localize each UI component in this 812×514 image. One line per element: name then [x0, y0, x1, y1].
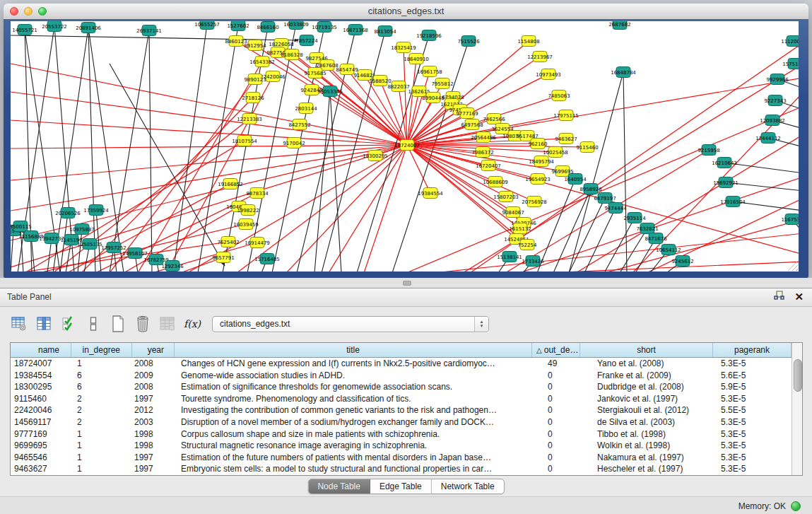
- graph-node[interactable]: 16033809: [283, 21, 309, 30]
- graph-node[interactable]: 2803144: [295, 103, 317, 114]
- column-header-in_degree[interactable]: in_degree: [71, 343, 132, 357]
- graph-node[interactable]: 17975115: [553, 110, 579, 121]
- tab-network-table[interactable]: Network Table: [432, 479, 504, 493]
- graph-node[interactable]: 20206526: [55, 208, 81, 218]
- graph-node[interactable]: 9227343: [764, 95, 786, 106]
- select-all-icon[interactable]: [59, 315, 78, 333]
- graph-node[interactable]: 8912954: [244, 40, 266, 51]
- panel-splitter[interactable]: [0, 278, 812, 288]
- graph-node[interactable]: 19384554: [418, 188, 443, 199]
- new-table-icon[interactable]: [109, 315, 127, 333]
- delete-table-icon[interactable]: [134, 315, 152, 333]
- graph-node[interactable]: 9215958: [698, 145, 719, 156]
- graph-node[interactable]: 19218596: [416, 30, 442, 41]
- dropdown-stepper-icon[interactable]: ▲▼: [474, 317, 488, 332]
- graph-node[interactable]: 2935114: [623, 213, 646, 223]
- graph-node[interactable]: 18325419: [391, 42, 416, 53]
- graph-node[interactable]: 16961758: [417, 66, 442, 77]
- graph-node[interactable]: 9463627: [555, 134, 577, 144]
- graph-node[interactable]: 16039459: [233, 219, 259, 230]
- column-header-short[interactable]: short: [580, 343, 713, 357]
- tab-node-table[interactable]: Node Table: [308, 479, 370, 493]
- graph-node[interactable]: 16848784: [611, 67, 636, 78]
- table-row[interactable]: 969969511998Structural magnetic resonanc…: [11, 440, 792, 452]
- window-titlebar[interactable]: citations_edges.txt: [4, 4, 808, 20]
- graph-node[interactable]: 9929966: [766, 74, 789, 85]
- graph-node[interactable]: 12444112: [755, 133, 781, 144]
- network-canvas[interactable]: 1405572120553722208914062693714110655257…: [11, 21, 799, 271]
- table-row[interactable]: 977716911998Corpus callosum shape and si…: [11, 428, 792, 440]
- graph-node[interactable]: 7857224: [295, 35, 318, 46]
- graph-node[interactable]: 8466160: [257, 22, 278, 33]
- graph-node[interactable]: 10973493: [536, 69, 561, 80]
- graph-node[interactable]: 8813054: [374, 26, 396, 37]
- table-selector-dropdown[interactable]: citations_edges.txt ▲▼: [212, 316, 489, 332]
- graph-node[interactable]: 7625402: [217, 237, 239, 247]
- scrollbar-thumb[interactable]: [794, 359, 802, 392]
- graph-node[interactable]: 14055721: [12, 25, 37, 35]
- vertical-scrollbar[interactable]: [792, 343, 802, 475]
- table-row[interactable]: 1938455462009Genome-wide association stu…: [11, 370, 792, 382]
- graph-node[interactable]: 7515526: [457, 36, 480, 47]
- network-graph[interactable]: 1405572120553722208914062693714110655257…: [11, 21, 799, 271]
- graph-node[interactable]: 1167531: [781, 214, 799, 225]
- graph-node[interactable]: 19654923: [525, 174, 551, 185]
- minimize-window-button[interactable]: [24, 7, 33, 16]
- graph-node[interactable]: 16720407: [476, 160, 501, 171]
- graph-node[interactable]: 2718126: [242, 93, 264, 103]
- column-header-title[interactable]: title: [175, 343, 532, 357]
- graph-node[interactable]: 17359924: [83, 205, 109, 216]
- graph-node[interactable]: 9245612: [671, 256, 693, 267]
- splitter-grip-icon[interactable]: [403, 281, 411, 286]
- graph-node[interactable]: 1527602: [227, 21, 249, 31]
- graph-node[interactable]: 9170042: [283, 138, 305, 148]
- graph-node[interactable]: 752254: [518, 240, 537, 250]
- graph-node[interactable]: 16914479: [245, 238, 270, 248]
- graph-node[interactable]: 7955812: [431, 78, 453, 89]
- graph-node[interactable]: 8500115: [11, 221, 32, 232]
- graph-node[interactable]: 11120045: [781, 36, 799, 47]
- graph-node[interactable]: 6497568: [461, 119, 483, 130]
- graph-node[interactable]: 9474444: [604, 203, 627, 214]
- graph-node[interactable]: 10719135: [312, 22, 337, 33]
- table-row[interactable]: 911546021997Tourette syndrome. Phenomeno…: [11, 393, 792, 405]
- graph-node[interactable]: 962160: [529, 139, 548, 149]
- graph-node[interactable]: 9657791: [212, 252, 234, 263]
- graph-node[interactable]: 16671368: [343, 25, 368, 35]
- column-list-icon[interactable]: [84, 315, 102, 333]
- close-window-button[interactable]: [10, 7, 18, 16]
- graph-node[interactable]: 15692921: [713, 177, 739, 188]
- tab-edge-table[interactable]: Edge Table: [370, 479, 432, 493]
- graph-node[interactable]: 16543382: [249, 57, 275, 67]
- graph-node[interactable]: 1154808: [517, 36, 539, 47]
- table-row[interactable]: 1830029562008Estimation of significance …: [11, 381, 792, 393]
- float-window-icon[interactable]: [774, 291, 784, 303]
- graph-node[interactable]: 9115460: [576, 142, 598, 153]
- graph-node[interactable]: 8427552: [288, 119, 310, 130]
- graph-node[interactable]: 1733426: [522, 256, 544, 267]
- table-settings-icon[interactable]: [10, 315, 28, 333]
- graph-node[interactable]: 7462566: [483, 114, 505, 124]
- table-row[interactable]: 2242004622012Investigating the contribut…: [11, 404, 792, 416]
- close-panel-icon[interactable]: ✕: [794, 291, 804, 303]
- column-settings-icon[interactable]: [35, 315, 53, 333]
- column-header-year[interactable]: year: [132, 343, 175, 357]
- graph-node[interactable]: 15751074: [782, 59, 799, 69]
- table-row[interactable]: 1872400712008Changes of HCN gene express…: [11, 358, 792, 370]
- function-builder-icon[interactable]: f(x): [183, 315, 201, 333]
- graph-node[interactable]: 20891406: [76, 23, 101, 33]
- graph-node[interactable]: 10655257: [194, 21, 220, 30]
- zoom-window-button[interactable]: [38, 7, 47, 16]
- graph-node[interactable]: 12093882: [760, 115, 785, 126]
- graph-node[interactable]: 8471676: [645, 233, 667, 244]
- graph-node[interactable]: 18640910: [404, 54, 429, 64]
- graph-node[interactable]: 12213967: [527, 52, 553, 62]
- graph-node[interactable]: 15138141: [497, 252, 522, 262]
- column-header-out_de[interactable]: △out_de…: [532, 343, 580, 357]
- graph-node[interactable]: 20553722: [42, 21, 67, 32]
- graph-node[interactable]: 2687682: [608, 21, 630, 30]
- graph-node[interactable]: 19166852: [218, 179, 243, 189]
- graph-node[interactable]: 26937141: [136, 25, 162, 36]
- graph-node[interactable]: 7485063: [548, 90, 570, 101]
- table-row[interactable]: 946554611997Estimation of the future num…: [11, 452, 792, 464]
